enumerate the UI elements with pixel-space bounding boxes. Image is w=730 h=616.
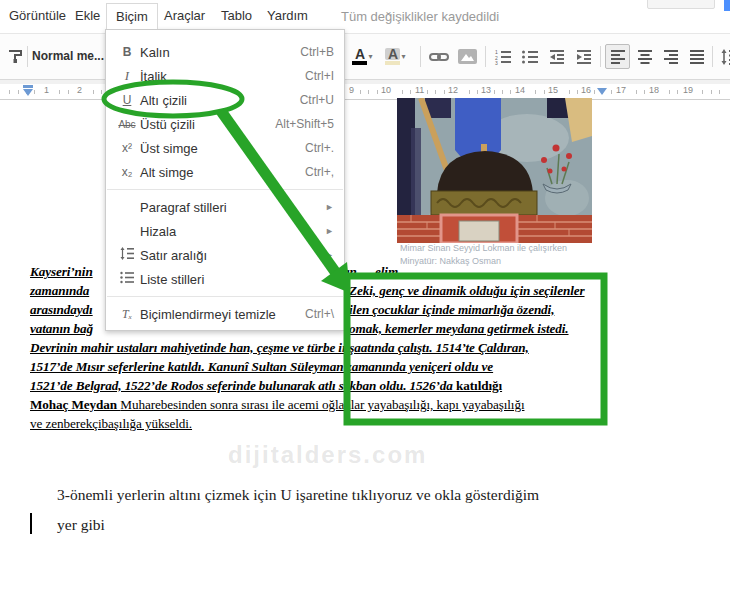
bold-icon: B — [114, 45, 140, 59]
highlight-color-icon: A — [385, 48, 400, 60]
doc-line: an — [343, 264, 357, 280]
svg-text:3: 3 — [495, 60, 498, 65]
submenu-arrow-icon: ► — [325, 274, 334, 284]
insert-link-button[interactable] — [426, 44, 451, 69]
image-caption-line2: Minyatür: Nakkaş Osman — [400, 256, 501, 266]
ruler-number: 11 — [412, 85, 427, 95]
menu-item-clear-formatting[interactable]: Tₓ Biçimlendirmeyi temizle Ctrl+\ — [106, 302, 344, 326]
align-center-button[interactable] — [632, 44, 657, 69]
doc-line: Zeki, genç ve dinamik olduğu için seçile… — [349, 283, 585, 299]
ruler-number: 14 — [512, 85, 528, 95]
list-styles-icon — [114, 271, 140, 287]
submenu-arrow-icon: ► — [325, 250, 334, 260]
text-cursor — [30, 513, 32, 534]
strikethrough-icon: Abc — [114, 119, 140, 130]
numbered-list-button[interactable]: 123 — [490, 44, 515, 69]
ruler-number: 10 — [378, 85, 394, 95]
format-menu-panel: B Kalın Ctrl+B I İtalik Ctrl+I U Altı çi… — [105, 29, 345, 331]
bullet-list-button[interactable] — [517, 44, 542, 69]
document-image-miniature[interactable] — [397, 98, 592, 243]
menu-tablo[interactable]: Tablo — [212, 3, 261, 28]
ruler-number: 17 — [613, 85, 629, 95]
menu-item-align[interactable]: Hizala ► — [106, 219, 344, 243]
ruler-number: 18 — [646, 85, 662, 95]
clear-formatting-icon: Tₓ — [114, 307, 140, 322]
chevron-down-icon: ▾ — [401, 52, 405, 61]
align-right-button[interactable] — [658, 44, 683, 69]
menu-item-underline[interactable]: U Altı çizili Ctrl+U — [106, 88, 344, 112]
doc-line: Mohaç Meydan Muharebesinden sonra sırası… — [30, 397, 524, 413]
google-docs-window: Görüntüle Ekle Biçim Araçlar Tablo Yardı… — [0, 0, 730, 616]
indent-icon — [576, 49, 592, 65]
menu-item-italic[interactable]: I İtalik Ctrl+I — [106, 64, 344, 88]
image-caption-line1: Mimar Sinan Seyyid Lokman ile çalışırken — [400, 243, 567, 253]
justify-button[interactable] — [684, 44, 709, 69]
line-spacing-button[interactable] — [716, 44, 730, 69]
insert-link-icon — [429, 50, 449, 64]
ruler-number: 2 — [74, 85, 85, 95]
ruler-number: 16 — [578, 85, 594, 95]
menu-item-subscript[interactable]: x₂ Alt simge Ctrl+, — [106, 160, 344, 184]
subscript-icon: x₂ — [114, 165, 140, 179]
menu-item-strikethrough[interactable]: Abc Üstü çizili Alt+Shift+5 — [106, 112, 344, 136]
doc-line: 1521’de Belgrad, 1522’de Rodos seferinde… — [30, 378, 502, 394]
insert-image-button[interactable] — [455, 44, 480, 69]
ruler-number: 19 — [680, 85, 696, 95]
doc-line: vatanın bağ — [30, 321, 93, 337]
first-line-indent-marker[interactable] — [23, 85, 33, 88]
text-color-button[interactable]: A ▾ — [350, 44, 375, 69]
paint-format-button[interactable] — [3, 44, 28, 69]
doc-line: ve zenberekçibaşılığa yükseldi. — [30, 416, 192, 432]
bullet-list-icon — [521, 49, 538, 65]
submenu-arrow-icon: ► — [325, 226, 334, 236]
chevron-down-icon: ▾ — [368, 52, 372, 61]
toolbar-separator — [712, 46, 713, 67]
menu-item-list-styles[interactable]: Liste stilleri ► — [106, 267, 344, 291]
ruler-number: 1 — [41, 85, 52, 95]
doc-line: Devrinin mahir ustaları mahiyetinde han,… — [30, 340, 529, 356]
numbered-list-icon: 123 — [494, 49, 511, 65]
outdent-icon — [549, 49, 565, 65]
toolbar-separator — [485, 46, 486, 67]
line-spacing-icon — [114, 247, 140, 263]
justify-icon — [689, 49, 705, 65]
menu-bar: Görüntüle Ekle Biçim Araçlar Tablo Yardı… — [0, 0, 730, 33]
share-button[interactable] — [724, 0, 730, 11]
menu-item-superscript[interactable]: x² Üst simge Ctrl+. — [106, 136, 344, 160]
ruler-number: 15 — [545, 85, 561, 95]
insert-image-icon — [458, 49, 477, 64]
toolbar-separator — [420, 46, 421, 67]
doc-line: Kayseri’nin — [30, 264, 93, 280]
right-indent-marker[interactable] — [597, 88, 607, 95]
left-indent-marker[interactable] — [23, 89, 33, 96]
outdent-button[interactable] — [544, 44, 569, 69]
ruler-number: 13 — [478, 85, 494, 95]
doc-line: yer gibi — [57, 516, 105, 534]
underline-icon: U — [114, 93, 140, 107]
comments-button[interactable] — [647, 0, 715, 9]
doc-line: ilen çocuklar içinde mimarlığa özendi, — [349, 302, 554, 318]
menu-yardim[interactable]: Yardım — [258, 3, 317, 28]
line-spacing-icon — [721, 49, 730, 65]
menu-ekle[interactable]: Ekle — [66, 3, 109, 28]
menu-item-bold[interactable]: B Kalın Ctrl+B — [106, 40, 344, 64]
menu-bicim[interactable]: Biçim — [106, 3, 158, 29]
highlight-color-button[interactable]: A ▾ — [383, 44, 408, 69]
menu-separator — [107, 296, 343, 297]
paragraph-style-dropdown[interactable]: Normal me... — [32, 44, 104, 69]
menu-item-paragraph-styles[interactable]: Paragraf stilleri ► — [106, 195, 344, 219]
ruler-number: 12 — [445, 85, 461, 95]
paint-format-icon — [7, 48, 24, 65]
align-right-icon — [663, 49, 679, 65]
menu-araclar[interactable]: Araçlar — [155, 3, 214, 28]
align-left-button[interactable] — [605, 44, 630, 69]
menu-item-line-spacing[interactable]: Satır aralığı ► — [106, 243, 344, 267]
doc-line: omak, kemerler meydana getirmek istedi. — [349, 321, 569, 337]
superscript-icon: x² — [114, 141, 140, 155]
menu-goruntule[interactable]: Görüntüle — [0, 3, 75, 28]
toolbar-separator — [27, 46, 28, 67]
doc-line: zamanında — [30, 283, 89, 299]
menu-separator — [107, 189, 343, 190]
ruler-number: 9 — [346, 85, 357, 95]
indent-button[interactable] — [571, 44, 596, 69]
